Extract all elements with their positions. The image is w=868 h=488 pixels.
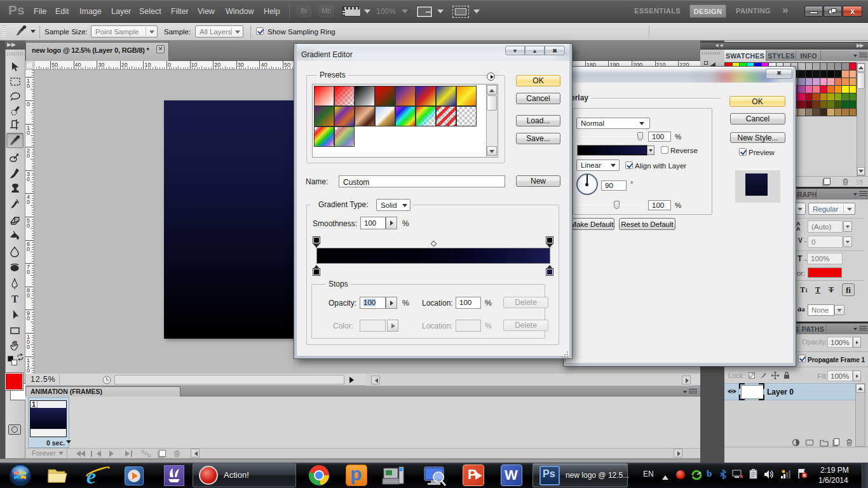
svg-text:T: T (11, 294, 18, 304)
